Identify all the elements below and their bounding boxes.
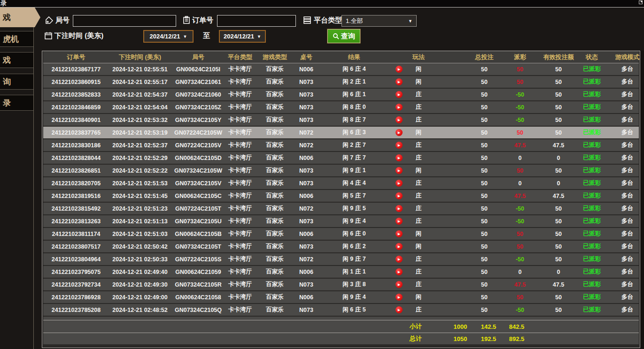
cell-round: GN00624C2105C bbox=[171, 193, 225, 199]
cell-order: 241221023813263 bbox=[43, 218, 109, 225]
play-video-button[interactable]: ▶ bbox=[396, 218, 403, 225]
cell-order: 241221023804964 bbox=[43, 256, 109, 263]
order-no-input[interactable] bbox=[217, 15, 296, 27]
cell-mode: 多台 bbox=[605, 205, 641, 212]
play-video-button[interactable]: ▶ bbox=[396, 230, 403, 237]
cell-time: 2024-12-21 02:49:30 bbox=[109, 281, 171, 288]
table-row[interactable]: 241221023828044 2024-12-21 02:52:29 GN00… bbox=[43, 152, 639, 165]
cell-round: GN07324C2105W bbox=[171, 167, 225, 174]
cell-platform: 卡卡湾厅 bbox=[225, 268, 255, 276]
cell-valid-bet: 50 bbox=[538, 231, 579, 237]
scrollbar-track[interactable] bbox=[640, 51, 644, 348]
table-row[interactable]: 241221023786928 2024-12-21 02:49:00 GN00… bbox=[43, 291, 639, 304]
play-video-button[interactable]: ▶ bbox=[396, 104, 403, 111]
cell-game: 百家乐 bbox=[255, 103, 295, 111]
round-no-input[interactable] bbox=[73, 15, 176, 27]
table-row[interactable]: 241221023811174 2024-12-21 02:51:03 GN00… bbox=[43, 228, 639, 241]
table-row[interactable]: 241221023813263 2024-12-21 02:51:13 GN07… bbox=[43, 215, 639, 228]
cell-total-bet: 50 bbox=[466, 281, 502, 288]
table-row[interactable]: 241221023837765 2024-12-21 02:53:19 GN07… bbox=[43, 127, 639, 139]
subtotal-valid-bet: 842.5 bbox=[503, 323, 531, 330]
cell-order: 241221023819516 bbox=[43, 193, 109, 199]
cell-total-bet: 50 bbox=[466, 269, 502, 275]
play-video-button[interactable]: ▶ bbox=[396, 256, 403, 263]
cell-mode: 多台 bbox=[605, 141, 641, 149]
table-row[interactable]: 241221023846859 2024-12-21 02:54:04 GN07… bbox=[43, 101, 639, 114]
cell-result: 闲 6 庄 4 bbox=[318, 65, 391, 73]
cell-play-type: 庄 bbox=[407, 306, 430, 314]
cell-play: ▶ bbox=[391, 66, 407, 73]
play-video-button[interactable]: ▶ bbox=[396, 129, 403, 136]
cell-order: 241221023828044 bbox=[43, 155, 109, 161]
sidebar-item-query[interactable]: 询 bbox=[0, 74, 34, 90]
play-video-button[interactable]: ▶ bbox=[396, 116, 403, 123]
play-video-button[interactable]: ▶ bbox=[396, 192, 403, 199]
cell-play: ▶ bbox=[391, 268, 407, 275]
sidebar-item-record[interactable]: 录 bbox=[0, 95, 34, 111]
date-from-picker[interactable]: 2024/12/21▼ bbox=[143, 30, 194, 43]
table-row[interactable]: 241221023819516 2024-12-21 02:51:45 GN00… bbox=[43, 190, 639, 203]
table-row[interactable]: 241221023830186 2024-12-21 02:52:37 GN07… bbox=[43, 139, 639, 152]
sidebar-item-slots[interactable]: 虎机 bbox=[0, 31, 34, 47]
play-icon: ▶ bbox=[398, 93, 400, 96]
table-row[interactable]: 241221023826851 2024-12-21 02:52:22 GN07… bbox=[43, 165, 639, 177]
play-video-button[interactable]: ▶ bbox=[396, 66, 403, 73]
sidebar-item-game2[interactable]: 戏 bbox=[0, 52, 34, 68]
cell-payout: 50 bbox=[502, 231, 538, 237]
cell-total-bet: 50 bbox=[466, 117, 502, 123]
play-video-button[interactable]: ▶ bbox=[396, 205, 403, 212]
table-row[interactable]: 241221023795075 2024-12-21 02:49:40 GN00… bbox=[43, 266, 639, 279]
play-video-button[interactable]: ▶ bbox=[396, 268, 403, 275]
cell-status: 已派彩 bbox=[579, 281, 605, 288]
play-video-button[interactable]: ▶ bbox=[396, 142, 403, 149]
platform-type-select[interactable]: 1.全部 ▼ bbox=[341, 15, 417, 27]
table-row[interactable]: 241221023852833 2024-12-21 02:54:37 GN07… bbox=[43, 89, 639, 101]
table-row[interactable]: 241221023804964 2024-12-21 02:50:33 GN07… bbox=[43, 253, 639, 266]
cell-platform: 卡卡湾厅 bbox=[225, 217, 255, 225]
play-video-button[interactable]: ▶ bbox=[396, 281, 403, 288]
table-row[interactable]: 241221023840901 2024-12-21 02:53:32 GN07… bbox=[43, 114, 639, 127]
cell-result: 闲 6 庄 2 bbox=[318, 243, 391, 250]
cell-valid-bet: 0 bbox=[538, 155, 579, 161]
window-restore-icon[interactable] bbox=[639, 0, 643, 4]
cell-game: 百家乐 bbox=[255, 116, 295, 124]
table-row[interactable]: 241221023860915 2024-12-21 02:55:17 GN07… bbox=[43, 76, 639, 89]
play-video-button[interactable]: ▶ bbox=[396, 78, 403, 85]
cell-payout: -50 bbox=[502, 91, 538, 98]
play-video-button[interactable]: ▶ bbox=[396, 91, 403, 98]
play-video-button[interactable]: ▶ bbox=[396, 154, 403, 161]
cell-round: GN00624C2105I bbox=[171, 66, 225, 73]
table-row[interactable]: 241221023815492 2024-12-21 02:51:23 GN07… bbox=[43, 203, 639, 215]
play-video-button[interactable]: ▶ bbox=[396, 243, 403, 250]
cell-play-type: 闲 bbox=[407, 167, 430, 174]
cell-payout: -50 bbox=[502, 256, 538, 263]
table-row[interactable]: 241221023820705 2024-12-21 02:51:53 GN07… bbox=[43, 177, 639, 190]
cell-time: 2024-12-21 02:54:04 bbox=[109, 104, 171, 111]
col-header-play-type: 玩法 bbox=[407, 53, 430, 61]
sidebar-item-game-active[interactable]: 戏 bbox=[0, 8, 40, 27]
play-video-button[interactable]: ▶ bbox=[396, 294, 403, 301]
table-row[interactable]: 241221023792734 2024-12-21 02:49:30 GN07… bbox=[43, 279, 639, 291]
play-video-button[interactable]: ▶ bbox=[396, 306, 403, 313]
cell-round: GN07224C2105W bbox=[171, 129, 225, 136]
date-to-picker[interactable]: 2024/12/21▼ bbox=[219, 30, 266, 43]
cell-round: GN07224C2105V bbox=[171, 142, 225, 149]
cell-result: 闲 8 庄 0 bbox=[318, 103, 391, 111]
cell-total-bet: 50 bbox=[466, 294, 502, 301]
cell-order: 241221023792734 bbox=[43, 281, 109, 288]
search-button[interactable]: 查询 bbox=[327, 29, 360, 43]
cell-payout: 50 bbox=[502, 167, 538, 174]
cell-payout: -50 bbox=[502, 307, 538, 313]
cell-order: 241221023837765 bbox=[43, 129, 109, 136]
play-icon: ▶ bbox=[398, 131, 400, 134]
cell-status: 已派彩 bbox=[579, 230, 605, 238]
table-row[interactable]: 241221023807517 2024-12-21 02:50:42 GN07… bbox=[43, 241, 639, 253]
table-row[interactable]: 241221023785208 2024-12-21 02:48:52 GN07… bbox=[43, 304, 639, 317]
table-row[interactable]: 241221023867177 2024-12-21 02:55:51 GN00… bbox=[43, 63, 639, 76]
play-video-button[interactable]: ▶ bbox=[396, 167, 403, 174]
col-header-payout: 派彩 bbox=[502, 53, 538, 61]
subtotal-total-bet: 1000 bbox=[446, 323, 474, 330]
play-icon: ▶ bbox=[398, 194, 400, 197]
cell-round: GN07324C21060 bbox=[171, 91, 225, 98]
play-video-button[interactable]: ▶ bbox=[396, 180, 403, 187]
